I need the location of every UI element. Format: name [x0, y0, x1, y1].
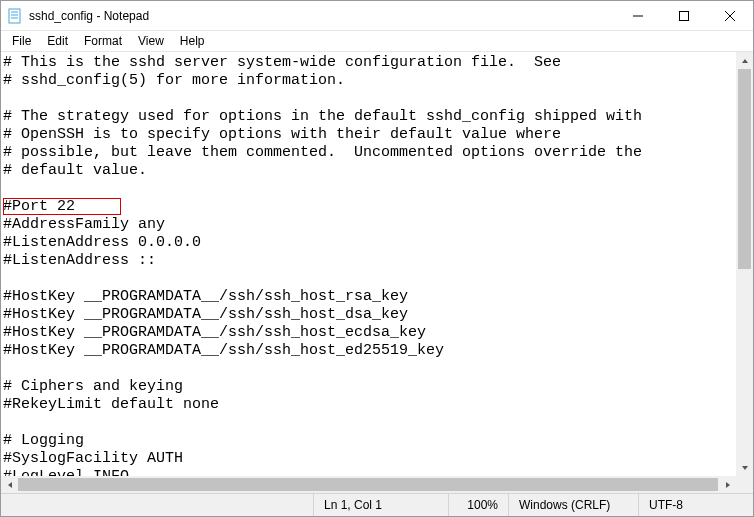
- menubar: File Edit Format View Help: [1, 31, 753, 51]
- window-title: sshd_config - Notepad: [29, 9, 615, 23]
- scroll-right-button[interactable]: [719, 476, 736, 493]
- menu-file[interactable]: File: [5, 32, 38, 50]
- horizontal-scroll-track[interactable]: [18, 476, 719, 493]
- menu-format[interactable]: Format: [77, 32, 129, 50]
- vertical-scrollbar[interactable]: [736, 52, 753, 476]
- menu-help[interactable]: Help: [173, 32, 212, 50]
- titlebar: sshd_config - Notepad: [1, 1, 753, 31]
- status-spacer: [1, 494, 313, 516]
- editor-area: # This is the sshd server system-wide co…: [1, 51, 753, 493]
- status-encoding: UTF-8: [638, 494, 753, 516]
- maximize-button[interactable]: [661, 1, 707, 30]
- scroll-left-button[interactable]: [1, 476, 18, 493]
- notepad-icon: [7, 8, 23, 24]
- scroll-corner: [736, 476, 753, 493]
- statusbar: Ln 1, Col 1 100% Windows (CRLF) UTF-8: [1, 493, 753, 516]
- window-controls: [615, 1, 753, 30]
- svg-marker-10: [8, 482, 12, 488]
- menu-view[interactable]: View: [131, 32, 171, 50]
- svg-marker-8: [742, 59, 748, 63]
- menu-edit[interactable]: Edit: [40, 32, 75, 50]
- close-button[interactable]: [707, 1, 753, 30]
- scroll-down-button[interactable]: [736, 459, 753, 476]
- horizontal-scroll-thumb[interactable]: [18, 478, 718, 491]
- svg-marker-9: [742, 466, 748, 470]
- scroll-up-button[interactable]: [736, 52, 753, 69]
- text-editor[interactable]: # This is the sshd server system-wide co…: [1, 52, 736, 476]
- minimize-button[interactable]: [615, 1, 661, 30]
- vertical-scroll-track[interactable]: [736, 69, 753, 459]
- svg-rect-0: [9, 9, 20, 23]
- vertical-scroll-thumb[interactable]: [738, 69, 751, 269]
- svg-rect-5: [680, 11, 689, 20]
- svg-marker-11: [726, 482, 730, 488]
- status-zoom: 100%: [448, 494, 508, 516]
- status-position: Ln 1, Col 1: [313, 494, 448, 516]
- status-line-ending: Windows (CRLF): [508, 494, 638, 516]
- horizontal-scrollbar[interactable]: [1, 476, 736, 493]
